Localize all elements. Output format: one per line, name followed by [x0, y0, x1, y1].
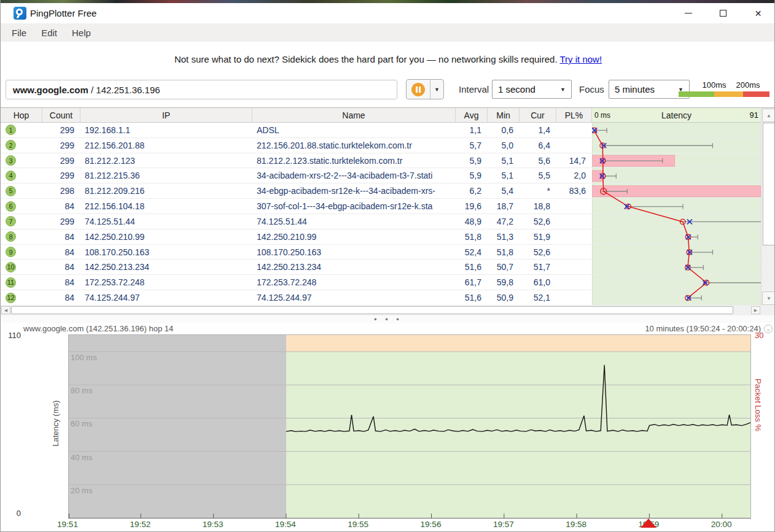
column-header-count[interactable]: Count	[42, 108, 80, 122]
target-input[interactable]: www.google.com / 142.251.36.196	[6, 80, 397, 99]
column-header-name[interactable]: Name	[252, 108, 456, 122]
hop-row[interactable]: 884142.250.210.99142.250.210.9951,851,35…	[1, 229, 761, 245]
hop-row[interactable]: 729974.125.51.4474.125.51.4448,947,252,6	[1, 214, 761, 229]
x-axis-label-1955: 19:55	[348, 520, 368, 529]
pl-cell: 14,7	[556, 153, 592, 168]
hop-row[interactable]: 1084142.250.213.234142.250.213.23451,650…	[1, 260, 761, 275]
window-title: PingPlotter Free	[30, 8, 96, 18]
min-cell: 47,2	[488, 214, 520, 229]
column-header-hop[interactable]: Hop	[1, 108, 42, 122]
ip-cell: 81.212.2.123	[80, 153, 252, 168]
name-cell: 142.250.210.99	[252, 229, 456, 244]
hop-number-badge: 2	[6, 140, 16, 150]
min-cell: 5,1	[488, 168, 520, 183]
try-it-now-link[interactable]: Try it now!	[559, 54, 602, 64]
timeline-header: www.google.com (142.251.36.196) hop 14 1…	[1, 323, 775, 334]
grid-horizontal-scrollbar[interactable]: ◀ ▶	[1, 306, 775, 315]
menu-item-help[interactable]: Help	[66, 25, 99, 40]
target-host: www.google.com	[13, 85, 88, 95]
hop-cell: 9	[1, 245, 42, 260]
app-icon	[14, 7, 26, 20]
column-header-ip[interactable]: IP	[80, 108, 252, 122]
pause-split-button: ▼	[406, 79, 444, 99]
column-header-min[interactable]: Min	[488, 108, 520, 122]
focus-select[interactable]: 5 minutes ▼	[609, 80, 690, 99]
count-cell: 84	[42, 260, 80, 274]
scroll-up-button[interactable]: ▲	[762, 109, 775, 122]
column-header-pl[interactable]: PL%	[556, 108, 592, 122]
maximize-button[interactable]	[706, 3, 741, 23]
latency-cell	[592, 199, 761, 214]
close-button[interactable]: ✕	[741, 3, 775, 23]
hop-number-badge: 9	[6, 247, 16, 257]
hop-row[interactable]: 684212.156.104.18307-sof-col-1---34-ebgp…	[1, 199, 761, 214]
hop-cell: 1	[1, 123, 42, 137]
column-header-cur[interactable]: Cur	[520, 108, 556, 122]
avg-cell: 5,7	[456, 138, 488, 153]
interval-select[interactable]: 1 second ▼	[492, 80, 572, 99]
timeline-collapse-button[interactable]: ⌄	[764, 325, 773, 333]
hop-row[interactable]: 529881.212.209.21634-ebgp-acibadem-sr12e…	[1, 183, 761, 199]
pl-cell	[556, 275, 592, 290]
cur-cell: 5,6	[520, 153, 556, 168]
hop-cell: 12	[1, 290, 42, 305]
latency-color-legend: 100ms 200ms	[679, 80, 769, 97]
scroll-down-button[interactable]: ▼	[762, 291, 775, 305]
x-axis-label-1954: 19:54	[275, 520, 296, 529]
grid-rows: 1299192.168.1.1ADSL1,10,61,42299212.156.…	[1, 123, 761, 306]
scroll-down-icon: ▼	[766, 296, 771, 301]
count-cell: 84	[42, 275, 80, 290]
y-axis-max-label: 110	[2, 331, 21, 340]
timeline-plot[interactable]: 100 ms80 ms60 ms40 ms20 ms	[68, 334, 751, 519]
name-cell: 34-ebgp-acibadem-sr12e-k---34-acibadem-x…	[252, 183, 456, 198]
count-cell: 299	[42, 153, 80, 168]
hop-cell: 8	[1, 229, 42, 244]
minimize-button[interactable]	[671, 3, 706, 23]
latency-cell	[592, 153, 761, 168]
scroll-right-button[interactable]: ▶	[751, 306, 760, 314]
name-cell: 81.212.2.123.static.turktelekom.com.tr	[252, 153, 456, 168]
grid-label-40ms: 40 ms	[71, 453, 92, 462]
hop-row[interactable]: 128474.125.244.9774.125.244.9751,650,952…	[1, 290, 761, 306]
cur-cell: 6,4	[520, 138, 556, 153]
grid-vertical-scrollbar[interactable]: ▲ ▼	[761, 108, 775, 306]
app-icon-handle	[17, 15, 20, 19]
hop-row[interactable]: 1184172.253.72.248172.253.72.24861,759,8…	[1, 275, 761, 290]
scroll-thumb[interactable]	[763, 123, 775, 245]
hop-cell: 5	[1, 183, 42, 198]
hop-row[interactable]: 984108.170.250.163108.170.250.16352,451,…	[1, 245, 761, 260]
hop-number-badge: 5	[6, 186, 16, 196]
avg-cell: 5,9	[456, 168, 488, 183]
x-axis-label-2000: 20:00	[711, 520, 732, 529]
latency-axis-title: Latency (ms)	[51, 377, 61, 469]
pause-dropdown-button[interactable]: ▼	[430, 80, 443, 99]
scroll-thumb[interactable]	[11, 306, 733, 314]
pause-button[interactable]	[407, 80, 430, 99]
menu-item-edit[interactable]: Edit	[35, 25, 66, 40]
cur-cell: 51,9	[520, 229, 556, 244]
hop-row[interactable]: 329981.212.2.12381.212.2.123.static.turk…	[1, 153, 761, 169]
scroll-right-icon: ▶	[754, 308, 757, 313]
close-icon: ✕	[755, 9, 762, 18]
hop-cell: 6	[1, 199, 42, 214]
count-cell: 84	[42, 229, 80, 244]
hop-number-badge: 4	[6, 171, 16, 181]
min-cell: 5,0	[488, 138, 520, 153]
pl-cell	[556, 199, 592, 214]
menu-item-file[interactable]: File	[6, 25, 35, 40]
count-cell: 298	[42, 183, 80, 198]
column-header-avg[interactable]: Avg	[456, 108, 488, 122]
hop-row[interactable]: 429981.212.215.3634-acibadem-xrs-t2-2---…	[1, 168, 761, 183]
grid-label-20ms: 20 ms	[71, 486, 92, 495]
latency-cell	[592, 229, 761, 244]
name-cell: 74.125.51.44	[252, 214, 456, 229]
latency-cell	[592, 214, 761, 229]
focus-value: 5 minutes	[615, 84, 655, 94]
scroll-left-button[interactable]: ◀	[1, 306, 10, 314]
hop-row[interactable]: 1299192.168.1.1ADSL1,10,61,4	[1, 123, 761, 138]
hop-row[interactable]: 2299212.156.201.88212.156.201.88.static.…	[1, 138, 761, 153]
panel-splitter[interactable]: • • •	[1, 315, 775, 323]
column-header-latency[interactable]: 0 msLatency91	[592, 108, 761, 122]
legend-segment-1	[714, 91, 743, 97]
legend-color-bar	[679, 91, 769, 97]
